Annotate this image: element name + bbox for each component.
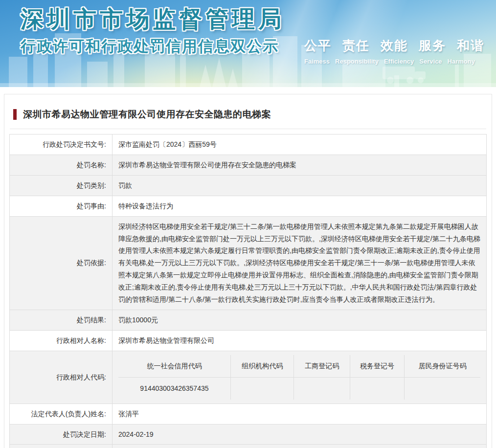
row-label: 处罚事由: [10, 196, 113, 216]
code-value [230, 377, 294, 399]
row-label: 处罚机关: [10, 445, 113, 448]
table-row-penalty-basis: 处罚依据: 深圳经济特区电梯使用安全若干规定/第三十二条/第一款电梯使用管理人未… [10, 216, 487, 310]
code-header: 统一社会信用代码 [118, 355, 230, 377]
table-row: 处罚类别: 罚款 [10, 175, 487, 196]
row-value: 罚款10000元 [113, 310, 487, 330]
table-row-party-codes: 行政相对人代码: 统一社会信用代码 组织机构代码 工商登记码 税务登记号 居民身… [10, 351, 487, 403]
site-title: 深圳市市场监督管理局 [21, 4, 285, 35]
table-row: 处罚事由: 特种设备违法行为 [10, 196, 487, 216]
row-label: 行政相对人名称: [10, 330, 113, 351]
code-value [350, 377, 405, 399]
motto-word: 服务 [419, 37, 446, 54]
content-panel: 深圳市希易达物业管理有限公司使用存在安全隐患的电梯案 行政处罚决定书文号: 深市… [4, 94, 492, 448]
motto-word-en: Efficiency [384, 58, 414, 65]
motto-word-en: Service [419, 58, 442, 65]
row-value: 深圳市市场监督管理局南山监管局 [113, 445, 487, 448]
motto-word: 和谐 [457, 37, 484, 54]
motto-english: Faimess Responsibility Efficiency Servic… [304, 58, 488, 65]
motto-block: 公平 责任 效能 服务 和谐 Faimess Responsibility Ef… [304, 37, 488, 65]
table-row: 处罚名称: 深圳市希易达物业管理有限公司使用存在安全隐患的电梯案 [10, 155, 487, 175]
row-label: 处罚决定日期: [10, 424, 113, 445]
site-banner: 深圳市市场监督管理局 行政许可和行政处罚信用信息双公示 公平 责任 效能 服务 … [0, 0, 496, 87]
row-label: 法定代表人(负责人)姓名: [10, 403, 113, 424]
row-value: 深市监南处罚〔2024〕西丽59号 [113, 134, 487, 155]
code-header: 税务登记号 [350, 355, 405, 377]
row-value: 深圳经济特区电梯使用安全若干规定/第三十二条/第一款电梯使用管理人未依照本规定第… [113, 216, 487, 310]
case-header: 深圳市希易达物业管理有限公司使用存在安全隐患的电梯案 [9, 108, 487, 121]
table-row: 处罚决定日期: 2024-02-19 [10, 424, 487, 445]
party-code-table: 统一社会信用代码 组织机构代码 工商登记码 税务登记号 居民身份证号码 9144… [118, 355, 480, 400]
row-value: 2024-02-19 [113, 424, 487, 445]
motto-word: 责任 [342, 37, 370, 54]
code-header: 组织机构代码 [230, 355, 294, 377]
motto-word-en: Faimess [304, 58, 330, 65]
code-value [405, 377, 480, 399]
page: 深圳市市场监督管理局 行政许可和行政处罚信用信息双公示 公平 责任 效能 服务 … [0, 0, 496, 448]
row-label: 处罚名称: [10, 155, 113, 175]
code-value-row: 914403003426357435 [118, 377, 480, 399]
table-row: 处罚机关: 深圳市市场监督管理局南山监管局 [10, 445, 487, 448]
row-value: 深圳市希易达物业管理有限公司 [113, 330, 487, 351]
site-subtitle: 行政许可和行政处罚信用信息双公示 [21, 36, 279, 57]
motto-word: 效能 [381, 37, 408, 54]
motto-chinese: 公平 责任 效能 服务 和谐 [304, 37, 488, 54]
motto-word-en: Responsibility [335, 58, 379, 65]
row-value: 罚款 [113, 175, 487, 196]
table-row: 行政相对人名称: 深圳市希易达物业管理有限公司 [10, 330, 487, 351]
case-title: 深圳市希易达物业管理有限公司使用存在安全隐患的电梯案 [23, 108, 271, 121]
code-value: 914403003426357435 [118, 377, 230, 399]
row-value: 张清平 [113, 403, 487, 424]
row-label: 处罚结果: [10, 310, 113, 330]
row-label: 行政相对人代码: [10, 351, 113, 403]
red-marker-bar [13, 109, 17, 120]
code-table-cell: 统一社会信用代码 组织机构代码 工商登记码 税务登记号 居民身份证号码 9144… [113, 351, 487, 403]
table-row: 行政处罚决定书文号: 深市监南处罚〔2024〕西丽59号 [10, 134, 487, 155]
row-value: 深圳市希易达物业管理有限公司使用存在安全隐患的电梯案 [113, 155, 487, 175]
table-row: 处罚结果: 罚款10000元 [10, 310, 487, 330]
code-value [294, 377, 350, 399]
header-divider [10, 129, 486, 129]
row-value: 特种设备违法行为 [113, 196, 487, 216]
row-label: 处罚依据: [10, 216, 113, 310]
motto-word: 公平 [304, 37, 332, 54]
code-header: 工商登记码 [294, 355, 350, 377]
penalty-detail-table: 行政处罚决定书文号: 深市监南处罚〔2024〕西丽59号 处罚名称: 深圳市希易… [9, 134, 487, 448]
table-row: 法定代表人(负责人)姓名: 张清平 [10, 403, 487, 424]
row-label: 行政处罚决定书文号: [10, 134, 113, 155]
code-header: 居民身份证号码 [405, 355, 480, 377]
code-header-row: 统一社会信用代码 组织机构代码 工商登记码 税务登记号 居民身份证号码 [118, 355, 480, 377]
row-label: 处罚类别: [10, 175, 113, 196]
motto-word-en: Harmony [448, 58, 475, 65]
